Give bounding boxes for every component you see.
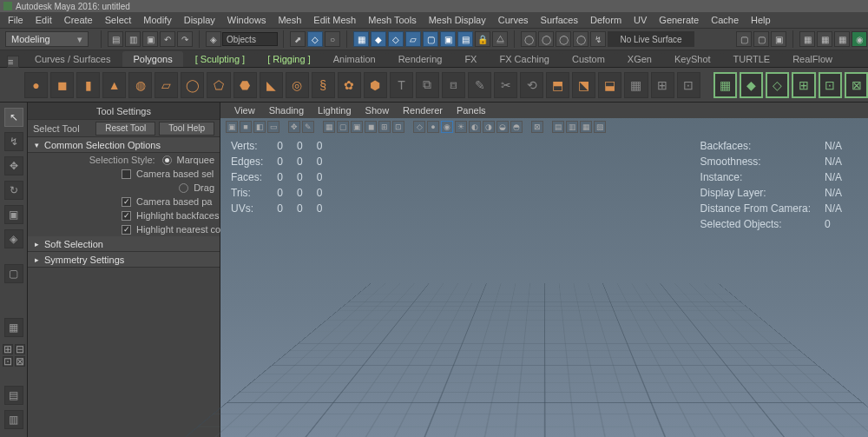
vp-shadows-icon[interactable]: ◐ bbox=[469, 121, 481, 133]
shelf-tab-fx[interactable]: FX bbox=[454, 51, 487, 67]
vp-film-gate-icon[interactable]: ▢ bbox=[337, 121, 349, 133]
shelf-tab-animation[interactable]: Animation bbox=[323, 51, 386, 67]
snap-plane-icon[interactable]: ▱ bbox=[405, 31, 421, 47]
construction-history-icon[interactable]: ◯ bbox=[521, 31, 536, 47]
shelf-tab-polygons[interactable]: Polygons bbox=[122, 51, 182, 67]
vp-menu-lighting[interactable]: Lighting bbox=[311, 105, 358, 116]
render-view-icon[interactable]: ◉ bbox=[852, 31, 867, 47]
select-tool-button[interactable]: ↖ bbox=[4, 108, 23, 127]
move-tool-button[interactable]: ✥ bbox=[4, 156, 23, 175]
shelf-tab-turtle[interactable]: TURTLE bbox=[723, 51, 781, 67]
shelf-tab-custom[interactable]: Custom bbox=[562, 51, 615, 67]
snap-center-icon[interactable]: ▤ bbox=[457, 31, 473, 47]
poly-helix-icon[interactable]: § bbox=[312, 72, 335, 98]
menu-file[interactable]: File bbox=[2, 15, 30, 25]
persp-graph-layout-button[interactable]: ▥ bbox=[4, 410, 23, 429]
menu-uv[interactable]: UV bbox=[628, 15, 653, 25]
target-weld-icon[interactable]: ⊞ bbox=[651, 72, 674, 98]
layout-d-button[interactable]: ⊠ bbox=[15, 356, 25, 367]
vp-image-plane-icon[interactable]: ▭ bbox=[267, 121, 279, 133]
menu-create[interactable]: Create bbox=[58, 15, 99, 25]
poly-cone-icon[interactable]: ▲ bbox=[102, 72, 126, 98]
vp-menu-shading[interactable]: Shading bbox=[262, 105, 311, 116]
vp-menu-panels[interactable]: Panels bbox=[450, 105, 493, 116]
uv-editor-icon[interactable]: ⊞ bbox=[792, 72, 815, 98]
vp-textured-icon[interactable]: ◉ bbox=[441, 121, 453, 133]
four-view-layout-button[interactable]: ▦ bbox=[4, 318, 23, 337]
reset-tool-button[interactable]: Reset Tool bbox=[95, 122, 155, 136]
menu-generate[interactable]: Generate bbox=[653, 15, 705, 25]
viewport-persp[interactable]: ViewShadingLightingShowRendererPanels ▣ … bbox=[220, 103, 868, 437]
vp-dof-icon[interactable]: ◓ bbox=[510, 121, 523, 133]
scale-tool-button[interactable]: ▣ bbox=[4, 205, 23, 224]
quad-draw-icon[interactable]: ▦ bbox=[713, 72, 737, 98]
vp-menu-renderer[interactable]: Renderer bbox=[396, 105, 450, 116]
vp-resolution-gate-icon[interactable]: ▣ bbox=[351, 121, 363, 133]
menu-select[interactable]: Select bbox=[99, 15, 138, 25]
vp-field-chart-icon[interactable]: ⊞ bbox=[378, 121, 391, 133]
render-settings-icon[interactable]: ▦ bbox=[834, 31, 850, 47]
poly-type-icon[interactable]: T bbox=[390, 72, 413, 98]
layout-c-button[interactable]: ⊡ bbox=[3, 356, 13, 367]
menu-surfaces[interactable]: Surfaces bbox=[535, 15, 584, 25]
connect-icon[interactable]: ⊡ bbox=[677, 72, 700, 98]
toggle-isolate-icon[interactable]: ◯ bbox=[573, 31, 589, 47]
poly-prism-icon[interactable]: ⬣ bbox=[233, 72, 257, 98]
shelf-tab-rendering[interactable]: Rendering bbox=[388, 51, 453, 67]
snap-view-icon[interactable]: ▢ bbox=[423, 31, 438, 47]
rotate-tool-button[interactable]: ↻ bbox=[4, 181, 23, 200]
poly-plane-icon[interactable]: ▱ bbox=[155, 72, 178, 98]
lasso-tool-icon[interactable]: ◇ bbox=[307, 31, 323, 47]
auto-map-icon[interactable]: ⊠ bbox=[845, 72, 868, 98]
shelf-tab-rigging[interactable]: [ Rigging ] bbox=[257, 51, 321, 67]
poly-soccer-icon[interactable]: ⬢ bbox=[364, 72, 387, 98]
bridge-icon[interactable]: ⬓ bbox=[598, 72, 621, 98]
layout-b-button[interactable]: ⊟ bbox=[15, 344, 25, 354]
workspace-dropdown[interactable]: Modeling bbox=[5, 31, 89, 47]
menu-windows[interactable]: Windows bbox=[221, 15, 273, 25]
vp-xray-icon[interactable]: ▤ bbox=[552, 121, 564, 133]
highlight-backfaces-check[interactable] bbox=[122, 211, 131, 221]
section-common-selection[interactable]: Common Selection Options bbox=[28, 137, 220, 153]
vp-gamma-icon[interactable]: ▧ bbox=[594, 121, 606, 133]
input-connections-icon[interactable]: ◯ bbox=[538, 31, 554, 47]
make-live-icon[interactable]: ◆ bbox=[740, 72, 763, 98]
shelf-tab-xgen[interactable]: XGen bbox=[617, 51, 662, 67]
single-pane-layout-button[interactable]: ▢ bbox=[4, 264, 23, 283]
vp-isolate-icon[interactable]: ⊠ bbox=[531, 121, 543, 133]
no-live-surface-button[interactable]: No Live Surface bbox=[608, 31, 694, 47]
poly-disc-icon[interactable]: ◯ bbox=[181, 72, 204, 98]
layout-a-button[interactable]: ⊞ bbox=[3, 344, 13, 354]
sidebar-toggle-1-icon[interactable]: ▢ bbox=[736, 31, 752, 47]
vp-grid-icon[interactable]: ▦ bbox=[323, 121, 335, 133]
menu-help[interactable]: Help bbox=[745, 15, 777, 25]
shelf-tab-curves-surfaces[interactable]: Curves / Surfaces bbox=[24, 51, 121, 67]
multi-cut-icon[interactable]: ▦ bbox=[624, 72, 648, 98]
drag-radio[interactable] bbox=[179, 183, 188, 193]
poly-sphere-icon[interactable]: ● bbox=[24, 72, 48, 98]
menu-edit[interactable]: Edit bbox=[30, 15, 58, 25]
ipr-render-icon[interactable]: ▦ bbox=[817, 31, 832, 47]
menu-deform[interactable]: Deform bbox=[584, 15, 628, 25]
shelf-tab-keyshot[interactable]: KeyShot bbox=[664, 51, 721, 67]
snap-curve-icon[interactable]: ◆ bbox=[371, 31, 386, 47]
smooth-icon[interactable]: ✎ bbox=[468, 72, 491, 98]
snap-grid-icon[interactable]: ▦ bbox=[353, 31, 369, 47]
vp-camera-attr-icon[interactable]: ■ bbox=[240, 121, 252, 133]
separate-icon[interactable]: ⧈ bbox=[442, 72, 465, 98]
last-tool-button[interactable]: ◈ bbox=[4, 229, 23, 248]
bevel-icon[interactable]: ⬔ bbox=[572, 72, 595, 98]
sculpt-geo-icon[interactable]: ✂ bbox=[494, 72, 517, 98]
vp-gate-mask-icon[interactable]: ◼ bbox=[365, 121, 377, 133]
highlight-icon[interactable]: ↯ bbox=[590, 31, 606, 47]
snap-point-icon[interactable]: ◇ bbox=[388, 31, 404, 47]
mirror-icon[interactable]: ⟲ bbox=[520, 72, 543, 98]
vp-ao-icon[interactable]: ◑ bbox=[483, 121, 495, 133]
planar-map-icon[interactable]: ⊡ bbox=[819, 72, 842, 98]
outliner-layout-button[interactable]: ▤ bbox=[4, 386, 23, 405]
combine-icon[interactable]: ⧉ bbox=[416, 72, 439, 98]
highlight-nearest-check[interactable] bbox=[122, 225, 131, 235]
vp-xray-joints-icon[interactable]: ▥ bbox=[566, 121, 578, 133]
tool-help-button[interactable]: Tool Help bbox=[159, 122, 214, 136]
vp-wireframe-icon[interactable]: ◇ bbox=[413, 121, 425, 133]
